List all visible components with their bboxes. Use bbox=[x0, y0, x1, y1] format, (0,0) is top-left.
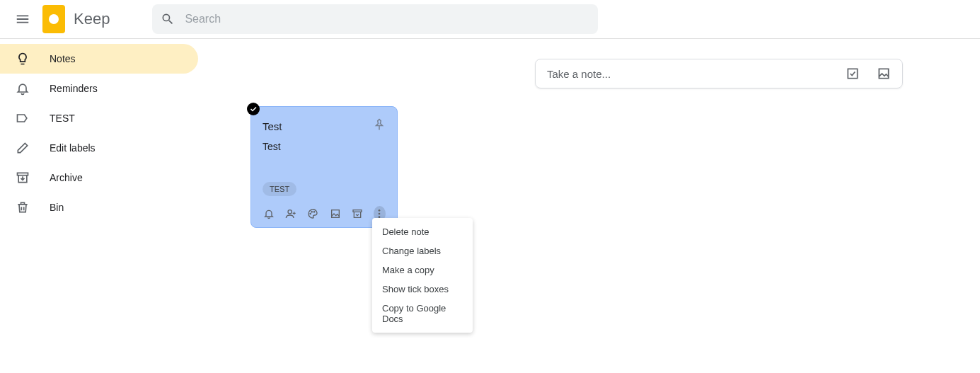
menu-item-delete-note[interactable]: Delete note bbox=[372, 222, 473, 241]
note-card[interactable]: Test Test TEST bbox=[250, 106, 398, 228]
sidebar-item-test-label[interactable]: TEST bbox=[0, 103, 198, 133]
background-options-button[interactable] bbox=[307, 206, 319, 222]
label-icon bbox=[16, 111, 30, 125]
sidebar-item-label: Archive bbox=[50, 172, 83, 183]
new-image-note-icon[interactable] bbox=[877, 67, 891, 81]
sidebar-item-archive[interactable]: Archive bbox=[0, 163, 198, 193]
search-bar[interactable] bbox=[152, 4, 598, 34]
main-area: Take a note... Test Test TEST Delete not… bbox=[198, 39, 980, 373]
pencil-icon bbox=[16, 141, 30, 155]
sidebar-item-label: TEST bbox=[50, 113, 75, 124]
svg-point-4 bbox=[310, 213, 311, 214]
main-menu-button[interactable] bbox=[6, 2, 40, 36]
hamburger-icon bbox=[15, 11, 30, 27]
archive-icon bbox=[16, 171, 30, 185]
search-icon bbox=[161, 12, 175, 26]
sidebar-item-edit-labels[interactable]: Edit labels bbox=[0, 133, 198, 163]
menu-item-make-a-copy[interactable]: Make a copy bbox=[372, 260, 473, 280]
keep-logo-icon bbox=[42, 5, 65, 33]
app-header: Keep bbox=[0, 0, 980, 39]
note-toolbar bbox=[263, 206, 386, 222]
svg-rect-1 bbox=[848, 69, 857, 78]
take-note-bar[interactable]: Take a note... bbox=[535, 59, 903, 88]
note-body: Test bbox=[263, 141, 386, 152]
sidebar-item-label: Reminders bbox=[50, 83, 98, 94]
sidebar-item-reminders[interactable]: Reminders bbox=[0, 74, 198, 103]
menu-item-change-labels[interactable]: Change labels bbox=[372, 241, 473, 260]
remind-me-button[interactable] bbox=[263, 206, 275, 222]
pin-button[interactable] bbox=[373, 118, 386, 134]
svg-rect-0 bbox=[18, 173, 28, 175]
sidebar-item-label: Edit labels bbox=[50, 142, 96, 154]
svg-point-10 bbox=[379, 213, 381, 215]
svg-point-5 bbox=[311, 212, 312, 212]
menu-item-copy-to-google-docs[interactable]: Copy to Google Docs bbox=[372, 299, 473, 328]
sidebar: Notes Reminders TEST Edit labels Archive… bbox=[0, 44, 198, 222]
archive-button[interactable] bbox=[351, 206, 363, 222]
menu-item-show-tick-boxes[interactable]: Show tick boxes bbox=[372, 280, 473, 299]
svg-rect-7 bbox=[331, 210, 339, 218]
svg-point-3 bbox=[288, 210, 292, 214]
sidebar-item-notes[interactable]: Notes bbox=[0, 44, 198, 74]
app-title: Keep bbox=[74, 10, 110, 28]
palette-icon bbox=[307, 208, 318, 219]
note-context-menu: Delete note Change labels Make a copy Sh… bbox=[372, 218, 473, 333]
checkmark-icon bbox=[249, 105, 258, 113]
sidebar-item-bin[interactable]: Bin bbox=[0, 193, 198, 222]
image-icon bbox=[330, 208, 341, 219]
note-label-chip[interactable]: TEST bbox=[263, 182, 296, 196]
svg-rect-2 bbox=[879, 69, 888, 78]
bell-plus-icon bbox=[263, 208, 275, 219]
collaborator-button[interactable] bbox=[284, 206, 296, 222]
app-logo[interactable]: Keep bbox=[42, 5, 110, 33]
search-input[interactable] bbox=[185, 13, 589, 25]
take-note-placeholder: Take a note... bbox=[547, 68, 846, 80]
note-select-check[interactable] bbox=[247, 103, 260, 115]
pin-icon bbox=[373, 118, 386, 131]
add-image-button[interactable] bbox=[329, 206, 341, 222]
note-title: Test bbox=[263, 120, 282, 132]
bell-icon bbox=[16, 81, 30, 96]
lightbulb-icon bbox=[16, 52, 30, 66]
sidebar-item-label: Notes bbox=[50, 53, 76, 64]
new-list-icon[interactable] bbox=[846, 67, 860, 81]
trash-icon bbox=[16, 200, 30, 214]
sidebar-item-label: Bin bbox=[50, 202, 64, 213]
svg-rect-8 bbox=[353, 210, 362, 212]
archive-icon bbox=[352, 208, 363, 219]
svg-point-9 bbox=[379, 210, 381, 212]
person-add-icon bbox=[285, 208, 296, 219]
svg-point-6 bbox=[314, 212, 315, 212]
